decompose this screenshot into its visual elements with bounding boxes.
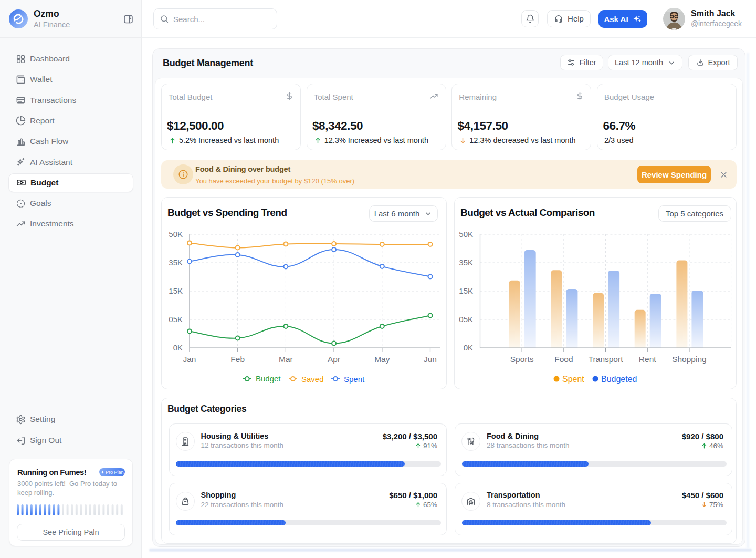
svg-text:15K: 15K bbox=[169, 286, 183, 295]
svg-text:0K: 0K bbox=[464, 343, 473, 352]
svg-text:50K: 50K bbox=[459, 230, 473, 239]
svg-text:Spent: Spent bbox=[562, 375, 584, 384]
svg-text:Spent: Spent bbox=[344, 375, 365, 384]
svg-text:Apr: Apr bbox=[328, 355, 340, 364]
svg-text:05K: 05K bbox=[459, 315, 473, 324]
svg-text:Budget: Budget bbox=[256, 374, 281, 383]
svg-text:Jun: Jun bbox=[424, 355, 437, 364]
svg-text:Food: Food bbox=[554, 355, 573, 364]
svg-text:Feb: Feb bbox=[230, 355, 245, 364]
svg-text:35K: 35K bbox=[169, 258, 183, 267]
svg-text:05K: 05K bbox=[169, 315, 183, 324]
svg-text:Jan: Jan bbox=[183, 355, 196, 364]
svg-text:Saved: Saved bbox=[301, 375, 324, 384]
svg-text:35K: 35K bbox=[459, 258, 473, 267]
svg-text:Mar: Mar bbox=[279, 355, 293, 364]
svg-text:Sports: Sports bbox=[510, 355, 534, 364]
svg-text:Rent: Rent bbox=[639, 355, 656, 364]
svg-text:May: May bbox=[374, 355, 390, 364]
svg-text:15K: 15K bbox=[459, 286, 473, 295]
svg-text:Budgeted: Budgeted bbox=[601, 375, 637, 384]
svg-text:Shopping: Shopping bbox=[672, 355, 707, 364]
svg-text:0K: 0K bbox=[173, 343, 183, 352]
svg-text:Transport: Transport bbox=[589, 355, 623, 364]
svg-text:50K: 50K bbox=[169, 230, 183, 239]
